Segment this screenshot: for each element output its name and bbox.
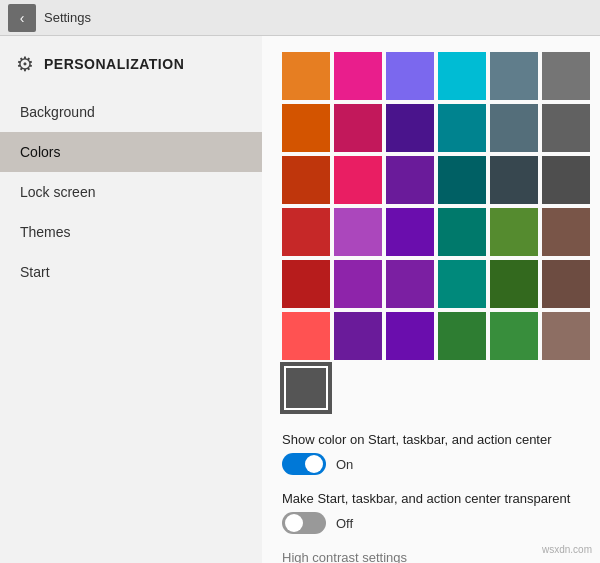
color-swatch-8[interactable] bbox=[386, 104, 434, 152]
toggle-knob-off bbox=[285, 514, 303, 532]
color-swatch-35[interactable] bbox=[542, 312, 590, 360]
transparent-toggle-row: Off bbox=[282, 512, 580, 534]
color-swatch-1[interactable] bbox=[334, 52, 382, 100]
show-color-toggle[interactable] bbox=[282, 453, 326, 475]
color-swatch-2[interactable] bbox=[386, 52, 434, 100]
watermark: wsxdn.com bbox=[542, 544, 592, 555]
color-swatch-32[interactable] bbox=[386, 312, 434, 360]
back-button[interactable]: ‹ bbox=[8, 4, 36, 32]
color-swatch-12[interactable] bbox=[282, 156, 330, 204]
color-swatch-28[interactable] bbox=[490, 260, 538, 308]
color-swatch-36[interactable] bbox=[282, 364, 330, 412]
color-grid bbox=[282, 52, 580, 412]
color-swatch-3[interactable] bbox=[438, 52, 486, 100]
color-swatch-23[interactable] bbox=[542, 208, 590, 256]
color-swatch-24[interactable] bbox=[282, 260, 330, 308]
title-bar: ‹ Settings bbox=[0, 0, 600, 36]
color-swatch-17[interactable] bbox=[542, 156, 590, 204]
back-icon: ‹ bbox=[20, 10, 25, 26]
toggle-knob-on bbox=[305, 455, 323, 473]
color-swatch-7[interactable] bbox=[334, 104, 382, 152]
color-swatch-18[interactable] bbox=[282, 208, 330, 256]
sidebar-header: ⚙ PERSONALIZATION bbox=[0, 36, 262, 92]
show-color-label: Show color on Start, taskbar, and action… bbox=[282, 432, 580, 447]
color-swatch-20[interactable] bbox=[386, 208, 434, 256]
color-swatch-22[interactable] bbox=[490, 208, 538, 256]
transparent-setting: Make Start, taskbar, and action center t… bbox=[282, 491, 580, 534]
color-swatch-26[interactable] bbox=[386, 260, 434, 308]
color-swatch-33[interactable] bbox=[438, 312, 486, 360]
sidebar-item-start[interactable]: Start bbox=[0, 252, 262, 292]
sidebar-item-colors[interactable]: Colors bbox=[0, 132, 262, 172]
color-swatch-15[interactable] bbox=[438, 156, 486, 204]
color-swatch-13[interactable] bbox=[334, 156, 382, 204]
sidebar-item-themes[interactable]: Themes bbox=[0, 212, 262, 252]
color-swatch-16[interactable] bbox=[490, 156, 538, 204]
color-swatch-19[interactable] bbox=[334, 208, 382, 256]
show-color-state: On bbox=[336, 457, 353, 472]
gear-icon: ⚙ bbox=[16, 52, 34, 76]
color-swatch-0[interactable] bbox=[282, 52, 330, 100]
color-swatch-9[interactable] bbox=[438, 104, 486, 152]
sidebar-nav: Background Colors Lock screen Themes Sta… bbox=[0, 92, 262, 292]
color-swatch-6[interactable] bbox=[282, 104, 330, 152]
show-color-setting: Show color on Start, taskbar, and action… bbox=[282, 432, 580, 475]
sidebar: ⚙ PERSONALIZATION Background Colors Lock… bbox=[0, 36, 262, 563]
color-swatch-31[interactable] bbox=[334, 312, 382, 360]
transparent-label: Make Start, taskbar, and action center t… bbox=[282, 491, 580, 506]
color-swatch-4[interactable] bbox=[490, 52, 538, 100]
color-swatch-10[interactable] bbox=[490, 104, 538, 152]
color-swatch-29[interactable] bbox=[542, 260, 590, 308]
color-swatch-14[interactable] bbox=[386, 156, 434, 204]
color-swatch-27[interactable] bbox=[438, 260, 486, 308]
transparent-state: Off bbox=[336, 516, 353, 531]
sidebar-heading: PERSONALIZATION bbox=[44, 56, 184, 72]
window-title: Settings bbox=[44, 10, 91, 25]
content-area: Show color on Start, taskbar, and action… bbox=[262, 36, 600, 563]
color-swatch-5[interactable] bbox=[542, 52, 590, 100]
high-contrast-link[interactable]: High contrast settings bbox=[282, 550, 580, 563]
show-color-toggle-row: On bbox=[282, 453, 580, 475]
color-swatch-21[interactable] bbox=[438, 208, 486, 256]
color-swatch-34[interactable] bbox=[490, 312, 538, 360]
sidebar-item-background[interactable]: Background bbox=[0, 92, 262, 132]
transparent-toggle[interactable] bbox=[282, 512, 326, 534]
sidebar-item-lockscreen[interactable]: Lock screen bbox=[0, 172, 262, 212]
main-area: ⚙ PERSONALIZATION Background Colors Lock… bbox=[0, 36, 600, 563]
color-swatch-25[interactable] bbox=[334, 260, 382, 308]
color-swatch-11[interactable] bbox=[542, 104, 590, 152]
color-swatch-30[interactable] bbox=[282, 312, 330, 360]
